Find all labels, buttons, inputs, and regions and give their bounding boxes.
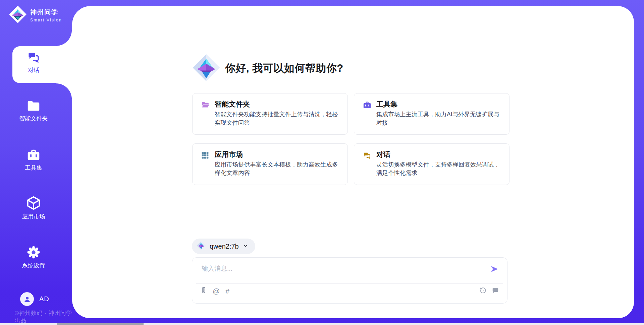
chat-bubbles-icon bbox=[363, 151, 371, 161]
sidebar-item-label: 对话 bbox=[0, 66, 67, 74]
paperclip-icon bbox=[200, 286, 207, 296]
brand-subtitle: Smart Vision bbox=[30, 18, 62, 22]
tab-curve-top bbox=[56, 30, 72, 46]
sidebar: 神州问学 Smart Vision 对话 bbox=[0, 0, 72, 325]
sidebar-item-label: 系统设置 bbox=[0, 262, 67, 269]
user-initials: AD bbox=[39, 295, 49, 303]
history-icon bbox=[479, 287, 487, 296]
composer-divider bbox=[196, 283, 503, 284]
sidebar-item-chat[interactable]: 对话 bbox=[0, 50, 67, 74]
greeting-title: 你好, 我可以如何帮助你? bbox=[225, 61, 343, 75]
folder-icon bbox=[0, 99, 67, 113]
greeting: 你好, 我可以如何帮助你? bbox=[192, 54, 343, 83]
card-toolset[interactable]: 工具集 集成市场上主流工具，助力AI与外界无缝扩展与对接 bbox=[354, 93, 509, 135]
sidebar-item-toolset[interactable]: 工具集 bbox=[0, 148, 67, 172]
app-window: 神州问学 Smart Vision 对话 bbox=[0, 0, 644, 325]
brand: 神州问学 Smart Vision bbox=[9, 5, 62, 25]
at-sign-icon: @ bbox=[213, 287, 220, 295]
horizontal-scrollbar-track bbox=[0, 323, 644, 325]
card-title: 智能文件夹 bbox=[215, 100, 250, 109]
brand-logo-diamond-icon bbox=[9, 5, 27, 25]
sidebar-item-settings[interactable]: 系统设置 bbox=[0, 245, 67, 269]
folder-open-icon bbox=[201, 101, 210, 110]
mention-button[interactable]: @ bbox=[213, 286, 220, 296]
cube-icon bbox=[0, 195, 67, 211]
card-description: 智能文件夹功能支持批量文件上传与清洗，轻松实现文件问答 bbox=[215, 110, 341, 127]
toolbox-icon bbox=[363, 101, 372, 111]
sidebar-item-label: 工具集 bbox=[0, 164, 67, 172]
card-description: 集成市场上主流工具，助力AI与外界无缝扩展与对接 bbox=[376, 110, 503, 127]
composer-tools-left: @ # bbox=[200, 286, 229, 296]
hash-icon: # bbox=[225, 287, 229, 295]
feedback-button[interactable] bbox=[492, 286, 499, 296]
card-app-market[interactable]: 应用市场 应用市场提供丰富长文本模板，助力高效生成多样化文章内容 bbox=[192, 143, 348, 185]
tab-curve-bottom bbox=[56, 83, 72, 99]
model-name: qwen2:7b bbox=[210, 243, 239, 250]
card-title: 对话 bbox=[376, 150, 390, 159]
feedback-bubble-icon bbox=[492, 287, 499, 296]
card-title: 应用市场 bbox=[215, 150, 243, 159]
attach-file-button[interactable] bbox=[200, 286, 207, 296]
send-icon bbox=[490, 265, 499, 275]
card-smart-folder[interactable]: 智能文件夹 智能文件夹功能支持批量文件上传与清洗，轻松实现文件问答 bbox=[192, 93, 348, 135]
brand-name: 神州问学 bbox=[30, 8, 62, 17]
card-chat[interactable]: 对话 灵活切换多模型文件，支持多样回复效果调试，满足个性化需求 bbox=[354, 143, 509, 185]
chat-icon bbox=[0, 50, 67, 64]
composer-tools-right bbox=[479, 286, 499, 296]
horizontal-scrollbar-thumb[interactable] bbox=[57, 323, 144, 325]
assistant-logo-diamond-icon bbox=[192, 54, 220, 83]
grid-icon bbox=[201, 151, 209, 161]
send-button[interactable] bbox=[490, 265, 499, 274]
feature-cards: 智能文件夹 智能文件夹功能支持批量文件上传与清洗，轻松实现文件问答 工具集 集成… bbox=[192, 93, 509, 185]
card-description: 灵活切换多模型文件，支持多样回复效果调试，满足个性化需求 bbox=[376, 160, 503, 178]
history-button[interactable] bbox=[479, 286, 487, 296]
topic-button[interactable]: # bbox=[225, 286, 229, 296]
toolbox-icon bbox=[0, 148, 67, 162]
user-account[interactable]: AD bbox=[20, 292, 49, 306]
user-avatar bbox=[20, 292, 34, 306]
model-selector[interactable]: qwen2:7b bbox=[192, 239, 255, 254]
chevron-down-icon bbox=[243, 243, 249, 250]
card-title: 工具集 bbox=[376, 100, 397, 109]
sidebar-item-app-market[interactable]: 应用市场 bbox=[0, 195, 67, 220]
model-logo-icon bbox=[197, 241, 206, 252]
message-composer: @ # bbox=[192, 257, 507, 304]
brand-text: 神州问学 Smart Vision bbox=[30, 8, 62, 22]
card-description: 应用市场提供丰富长文本模板，助力高效生成多样化文章内容 bbox=[215, 160, 341, 178]
message-input[interactable] bbox=[201, 262, 471, 275]
sidebar-item-label: 应用市场 bbox=[0, 213, 67, 220]
copyright-footer: ©神州数码 · 神州问学出品 bbox=[15, 310, 72, 324]
sidebar-item-smart-folder[interactable]: 智能文件夹 bbox=[0, 99, 67, 122]
gear-icon bbox=[0, 245, 67, 260]
sidebar-item-label: 智能文件夹 bbox=[0, 115, 67, 122]
